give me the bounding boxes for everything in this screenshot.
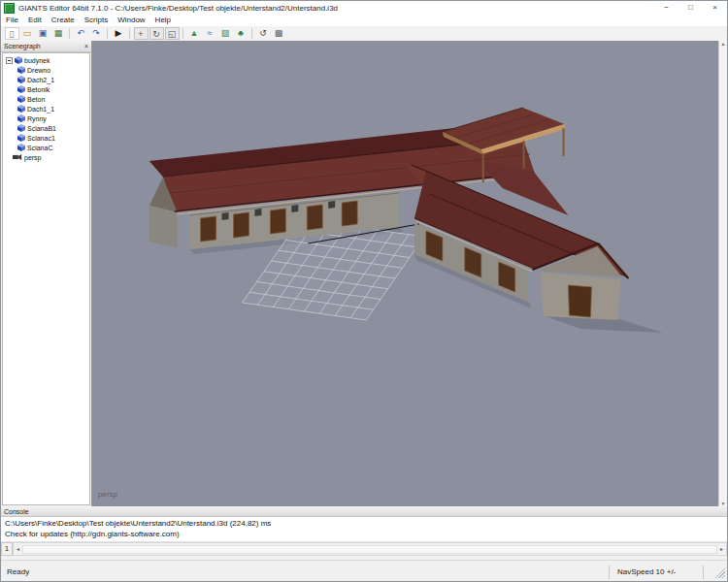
tree-node-label: Betonik (27, 86, 50, 93)
cube-icon (17, 76, 25, 83)
tree-node[interactable]: Scianac1 (3, 133, 89, 143)
menu-help[interactable]: Help (150, 15, 176, 26)
cube-icon (17, 144, 25, 151)
undo-icon[interactable]: ↶ (74, 27, 88, 40)
scroll-up-icon[interactable]: ▲ (721, 41, 726, 47)
toolbar: ▯ ▭ ▣ ▦ ↶ ↷ ▶ + ↻ ◱ ▲ ≈ ▨ ♣ ↺ ▩ (1, 26, 727, 42)
menu-edit[interactable]: Edit (23, 15, 47, 26)
tree-node-label: Beton (27, 96, 45, 103)
terrain-sculpt-icon[interactable]: ▲ (187, 27, 202, 40)
new-file-icon[interactable]: ▯ (5, 27, 19, 40)
scenegraph-panel: Scenegraph × budynek Drewno Dach2_1 Beto… (1, 41, 92, 506)
grid-toggle-icon[interactable]: ▩ (272, 27, 286, 40)
status-navspeed: NavSpeed 10 +/- (609, 566, 703, 579)
menu-file[interactable]: File (1, 15, 23, 26)
expander-icon[interactable] (6, 57, 13, 64)
app-logo-icon (4, 3, 15, 14)
tree-node-label: Dach1_1 (27, 106, 54, 113)
toolbar-separator (251, 28, 252, 39)
scenegraph-tree: budynek Drewno Dach2_1 Betonik Beton Dac… (2, 52, 90, 505)
close-button[interactable]: × (703, 1, 727, 15)
status-spacer (703, 566, 713, 579)
cube-icon (15, 56, 22, 64)
cube-icon (17, 85, 25, 93)
toolbar-separator (129, 28, 130, 39)
console-line-number: 1 (1, 542, 13, 556)
viewport-3d-model (92, 41, 718, 506)
tree-node[interactable]: Beton (3, 94, 89, 104)
menu-window[interactable]: Window (113, 15, 149, 26)
tree-node-label: Rynny (27, 115, 47, 122)
tree-node[interactable]: Drewno (3, 65, 89, 75)
window-controls: − □ × (654, 1, 727, 15)
camera-icon (13, 153, 22, 161)
scenegraph-header: Scenegraph × (1, 41, 91, 52)
cube-icon (17, 134, 25, 142)
tree-node-root[interactable]: budynek (3, 55, 89, 65)
translate-tool-icon[interactable]: + (134, 27, 149, 40)
toolbar-separator (182, 28, 183, 39)
tree-node[interactable]: ScianaC (3, 143, 89, 152)
cube-icon (17, 114, 25, 122)
console-output: C:\Users\Finke\Desktop\Test objekte\Unte… (1, 517, 727, 542)
horizontal-scrollbar[interactable]: ◄ ► (13, 542, 727, 556)
minimize-button[interactable]: − (654, 1, 678, 15)
cube-icon (17, 66, 25, 74)
status-ready: Ready (7, 567, 609, 576)
console-input-row: 1 ◄ ► (1, 542, 727, 556)
tree-node[interactable]: Rynny (3, 113, 89, 123)
console-line: C:\Users\Finke\Desktop\Test objekte\Unte… (5, 518, 723, 529)
scenegraph-close-icon[interactable]: × (84, 43, 88, 49)
cube-icon (17, 95, 25, 103)
tree-node[interactable]: Betonik (3, 84, 89, 94)
tree-node[interactable]: ScianaB1 (3, 123, 89, 133)
save-icon[interactable]: ▣ (36, 27, 50, 40)
menu-scripts[interactable]: Scripts (80, 15, 113, 26)
scrollbar-track[interactable] (22, 545, 717, 554)
tree-node-label: ScianaC (27, 145, 52, 151)
terrain-paint-icon[interactable]: ▨ (218, 27, 233, 40)
foliage-paint-icon[interactable]: ♣ (234, 27, 248, 40)
rotate-tool-icon[interactable]: ↻ (149, 27, 164, 40)
tree-node-label: ScianaB1 (27, 125, 56, 132)
resize-grip-icon[interactable] (713, 566, 725, 578)
console-line: Check for updates (http://gdn.giants-sof… (5, 529, 723, 539)
maximize-button[interactable]: □ (678, 1, 703, 15)
toolbar-separator (69, 28, 70, 39)
giants-editor-window: { "window": { "title": "GIANTS Editor 64… (0, 0, 728, 582)
vertical-scrollbar[interactable]: ▲ ▼ (718, 41, 727, 506)
tree-node-label: persp (24, 154, 42, 161)
toolbar-separator (107, 28, 108, 39)
main-area: Scenegraph × budynek Drewno Dach2_1 Beto… (1, 41, 727, 506)
open-file-icon[interactable]: ▭ (20, 27, 35, 40)
viewport-3d[interactable]: persp (92, 41, 718, 506)
cube-icon (17, 105, 25, 113)
redo-icon[interactable]: ↷ (89, 27, 104, 40)
scale-tool-icon[interactable]: ◱ (165, 27, 180, 40)
tree-node[interactable]: Dach2_1 (3, 75, 89, 84)
tree-node[interactable]: Dach1_1 (3, 104, 89, 113)
title-bar: GIANTS Editor 64bit 7.1.0 - C:/Users/Fin… (1, 1, 727, 15)
terrain-smooth-icon[interactable]: ≈ (203, 27, 217, 40)
scenegraph-title: Scenegraph (4, 43, 41, 49)
scroll-right-icon[interactable]: ► (719, 546, 724, 552)
screenshot-icon[interactable]: ▦ (51, 27, 66, 40)
status-bar: Ready NavSpeed 10 +/- (1, 560, 727, 582)
window-title: GIANTS Editor 64bit 7.1.0 - C:/Users/Fin… (18, 4, 338, 13)
tree-node-label: Scianac1 (27, 135, 55, 142)
console-title: Console (4, 508, 29, 515)
tree-node-camera[interactable]: persp (3, 152, 89, 162)
reload-icon[interactable]: ↺ (256, 27, 271, 40)
viewport-camera-label: persp (98, 490, 117, 499)
console-header: Console (1, 506, 727, 517)
tree-node-label: Drewno (27, 67, 50, 74)
menu-create[interactable]: Create (47, 15, 80, 26)
cube-icon (17, 124, 25, 132)
tree-node-label: Dach2_1 (27, 77, 54, 83)
scroll-left-icon[interactable]: ◄ (16, 546, 20, 552)
play-icon[interactable]: ▶ (112, 27, 126, 40)
tree-node-label: budynek (24, 57, 50, 64)
